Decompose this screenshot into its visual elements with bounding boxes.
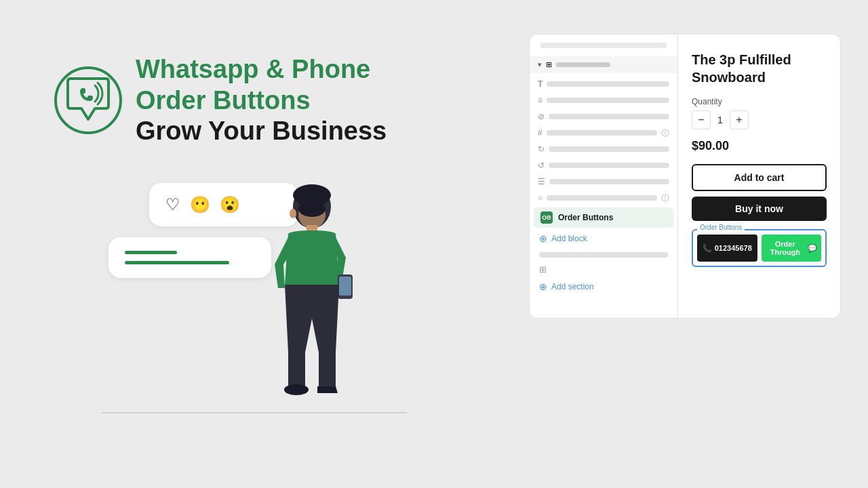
grid-row: ⊞ bbox=[530, 262, 677, 277]
grid-icon: ⊞ bbox=[539, 264, 547, 274]
editor-row-rotate: ↻ bbox=[530, 141, 677, 157]
product-title: The 3p Fulfilled Snowboard bbox=[692, 51, 827, 86]
add-block-icon: ⊕ bbox=[539, 233, 547, 244]
chat-line-long bbox=[125, 261, 229, 264]
quantity-control: − 1 + bbox=[692, 110, 827, 129]
edit-icon-1 bbox=[661, 129, 669, 137]
chat-bubble-text bbox=[108, 237, 271, 278]
logo-area: Whatsapp & Phone Order Buttons Grow Your… bbox=[54, 54, 427, 147]
row-bar-7 bbox=[549, 179, 669, 184]
editor-row-text: T bbox=[530, 76, 677, 92]
row-bar-4 bbox=[547, 130, 657, 136]
svg-point-15 bbox=[315, 212, 319, 216]
row-bar-5 bbox=[549, 146, 669, 152]
order-buttons-icon-box: OB bbox=[540, 211, 553, 224]
app-logo-icon bbox=[54, 66, 122, 134]
list-icon: ☰ bbox=[538, 177, 545, 186]
phone-icon: 📞 bbox=[703, 244, 712, 253]
buy-now-button[interactable]: Buy it now bbox=[692, 197, 827, 221]
quantity-increase-button[interactable]: + bbox=[730, 110, 749, 129]
person-illustration bbox=[258, 176, 366, 427]
editor-row-circle: ⊘ bbox=[530, 108, 677, 125]
surprised-emoji: 😮 bbox=[220, 195, 240, 214]
row-bar-1 bbox=[547, 81, 669, 87]
product-price: $90.00 bbox=[692, 139, 827, 153]
hash-icon: # bbox=[538, 128, 542, 138]
editor-top-bar bbox=[540, 43, 667, 48]
main-title: Whatsapp & Phone Order Buttons bbox=[136, 54, 427, 116]
circle2-icon: ○ bbox=[538, 193, 542, 203]
row-bar-2 bbox=[547, 98, 669, 103]
order-buttons-row[interactable]: OB Order Buttons bbox=[534, 207, 673, 228]
quantity-label: Quantity bbox=[692, 97, 827, 106]
title-block: Whatsapp & Phone Order Buttons Grow Your… bbox=[136, 54, 427, 147]
phone-order-button[interactable]: 📞 012345678 bbox=[697, 235, 757, 262]
row-bar-8 bbox=[547, 195, 657, 201]
order-through-label: Order Through bbox=[766, 240, 806, 256]
row-bar-3 bbox=[549, 114, 669, 119]
svg-point-11 bbox=[290, 209, 296, 218]
quantity-value: 1 bbox=[717, 115, 723, 125]
add-section-label: Add section bbox=[551, 282, 594, 291]
order-buttons-section-label: Order Buttons bbox=[697, 224, 745, 231]
svg-rect-6 bbox=[288, 349, 305, 390]
text-icon: T bbox=[538, 79, 542, 89]
section-bar bbox=[556, 62, 610, 67]
row-bar-6 bbox=[549, 163, 669, 168]
sub-title: Grow Your Business bbox=[136, 116, 427, 147]
hero-header: Whatsapp & Phone Order Buttons Grow Your… bbox=[54, 54, 427, 154]
edit-icon-2 bbox=[661, 194, 669, 202]
editor-row-rotate2: ↺ bbox=[530, 157, 677, 174]
chat-line-short bbox=[125, 251, 177, 254]
phone-number: 012345678 bbox=[715, 244, 752, 252]
section-chevron: ▾ bbox=[538, 60, 542, 69]
lines-icon: ≡ bbox=[538, 96, 542, 105]
editor-row-hash: # bbox=[530, 125, 677, 141]
order-icon: OB bbox=[542, 214, 551, 221]
whatsapp-order-button[interactable]: Order Through 💬 bbox=[762, 235, 822, 262]
add-to-cart-button[interactable]: Add to cart bbox=[692, 164, 827, 191]
editor-row-lines: ≡ bbox=[530, 92, 677, 108]
order-buttons-section: Order Buttons 📞 012345678 Order Through … bbox=[692, 229, 827, 267]
svg-point-14 bbox=[307, 212, 311, 216]
separator-bar bbox=[539, 252, 668, 258]
rotate-icon: ↻ bbox=[538, 144, 545, 154]
heart-emoji: ♡ bbox=[165, 195, 180, 214]
rotate2-icon: ↺ bbox=[538, 161, 545, 170]
whatsapp-icon: 💬 bbox=[808, 244, 817, 253]
svg-rect-5 bbox=[339, 277, 351, 296]
add-block-label: Add block bbox=[551, 234, 587, 243]
product-panel: The 3p Fulfilled Snowboard Quantity − 1 … bbox=[678, 34, 841, 319]
editor-row-list: ☰ bbox=[530, 174, 677, 190]
add-section-icon: ⊕ bbox=[539, 281, 547, 292]
editor-section-header: ▾ ⊞ bbox=[530, 56, 677, 73]
editor-row-circle2: ○ bbox=[530, 190, 677, 206]
order-buttons-label: Order Buttons bbox=[558, 213, 613, 222]
order-buttons-row-container: 📞 012345678 Order Through 💬 bbox=[697, 235, 821, 262]
svg-rect-7 bbox=[319, 349, 336, 390]
quantity-decrease-button[interactable]: − bbox=[692, 110, 711, 129]
add-block-row[interactable]: ⊕ Add block bbox=[530, 229, 677, 248]
editor-panel: ▾ ⊞ T ≡ ⊘ # ↻ ↺ bbox=[529, 34, 678, 319]
circle-icon: ⊘ bbox=[538, 112, 545, 121]
add-section-row[interactable]: ⊕ Add section bbox=[530, 277, 677, 296]
svg-point-8 bbox=[284, 384, 309, 395]
ui-mockup: ▾ ⊞ T ≡ ⊘ # ↻ ↺ bbox=[529, 20, 841, 468]
floor-line bbox=[102, 412, 407, 413]
section-grid-icon: ⊞ bbox=[546, 60, 552, 69]
neutral-emoji: 😶 bbox=[190, 195, 210, 214]
illustration-area: ♡ 😶 😮 bbox=[68, 163, 407, 434]
svg-point-13 bbox=[298, 201, 326, 217]
